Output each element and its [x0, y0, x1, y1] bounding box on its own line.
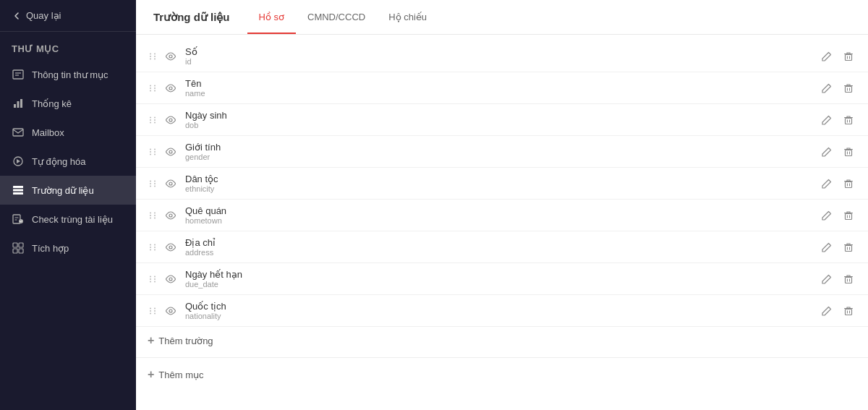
edit-button[interactable]	[819, 271, 835, 287]
fields-icon	[12, 184, 25, 197]
delete-button[interactable]	[841, 239, 856, 255]
tab-ho-so[interactable]: Hồ sơ	[247, 1, 297, 34]
svg-point-76	[150, 217, 151, 218]
field-info: Địa chỉ address	[185, 237, 819, 257]
delete-button[interactable]	[841, 271, 856, 287]
field-actions	[819, 144, 856, 160]
add-section-button[interactable]: +Thêm mục	[136, 361, 868, 388]
svg-rect-13	[13, 243, 17, 247]
svg-point-21	[150, 58, 151, 59]
svg-point-98	[150, 281, 151, 282]
svg-point-105	[150, 307, 151, 309]
svg-point-29	[154, 85, 156, 86]
sidebar-item-tich-hop[interactable]: Tích hợp	[0, 234, 136, 262]
field-label: Giới tính	[185, 142, 819, 153]
svg-rect-91	[846, 245, 852, 251]
svg-point-107	[150, 310, 151, 312]
visibility-toggle[interactable]	[165, 275, 176, 283]
svg-point-23	[169, 55, 172, 58]
svg-point-84	[154, 244, 156, 245]
svg-rect-3	[14, 104, 16, 108]
edit-button[interactable]	[819, 144, 835, 160]
visibility-toggle[interactable]	[165, 179, 176, 188]
visibility-toggle[interactable]	[165, 307, 176, 315]
back-button[interactable]: Quay lại	[0, 0, 136, 32]
delete-button[interactable]	[841, 144, 856, 160]
visibility-toggle[interactable]	[165, 52, 176, 61]
table-row: Ngày sinh dob	[136, 104, 868, 136]
field-actions	[819, 48, 856, 64]
drag-handle[interactable]	[148, 306, 158, 316]
svg-rect-113	[846, 309, 852, 315]
field-info: Ngày sinh dob	[185, 110, 819, 129]
edit-button[interactable]	[819, 303, 835, 319]
drag-handle[interactable]	[148, 210, 158, 221]
drag-handle[interactable]	[148, 274, 158, 284]
svg-point-74	[150, 215, 151, 216]
svg-point-88	[154, 249, 156, 250]
svg-rect-9	[13, 189, 23, 192]
delete-button[interactable]	[841, 303, 856, 319]
drag-handle[interactable]	[148, 179, 158, 189]
sidebar-item-label: Tích hợp	[32, 243, 69, 254]
edit-button[interactable]	[819, 80, 835, 96]
svg-point-30	[150, 87, 151, 89]
svg-rect-102	[846, 277, 852, 283]
visibility-toggle[interactable]	[165, 116, 176, 124]
sidebar-item-mailbox[interactable]: Mailbox	[0, 118, 136, 147]
edit-button[interactable]	[819, 48, 835, 64]
svg-point-50	[150, 148, 151, 150]
drag-handle[interactable]	[148, 51, 158, 61]
sidebar-item-check-trung[interactable]: Check trùng tài liệu	[0, 205, 136, 234]
svg-rect-14	[19, 243, 23, 247]
delete-button[interactable]	[841, 80, 856, 96]
svg-point-54	[150, 153, 151, 155]
tab-cmnd[interactable]: CMND/CCCD	[296, 1, 377, 34]
edit-button[interactable]	[819, 176, 835, 192]
visibility-toggle[interactable]	[165, 148, 176, 156]
delete-button[interactable]	[841, 176, 856, 192]
sidebar-item-label: Check trùng tài liệu	[32, 214, 113, 225]
field-label: Số	[185, 46, 819, 57]
delete-button[interactable]	[841, 48, 856, 64]
edit-button[interactable]	[819, 239, 835, 255]
svg-rect-10	[13, 192, 23, 195]
drag-handle[interactable]	[148, 83, 158, 93]
visibility-toggle[interactable]	[165, 243, 176, 252]
edit-button[interactable]	[819, 208, 835, 223]
drag-handle[interactable]	[148, 147, 158, 157]
svg-rect-8	[13, 186, 23, 188]
sidebar-item-thong-ke[interactable]: Thống kê	[0, 89, 136, 118]
table-row: Quê quán hometown	[136, 200, 868, 231]
tab-ho-chieu[interactable]: Hộ chiếu	[377, 1, 438, 34]
delete-button[interactable]	[841, 112, 856, 128]
svg-rect-4	[17, 101, 20, 108]
svg-point-66	[154, 185, 156, 187]
svg-rect-47	[846, 118, 852, 124]
table-row: Số id	[136, 40, 868, 72]
drag-handle[interactable]	[148, 242, 158, 252]
svg-point-83	[150, 244, 151, 245]
edit-button[interactable]	[819, 112, 835, 128]
svg-point-86	[154, 247, 156, 248]
auto-icon	[12, 155, 25, 168]
svg-point-96	[150, 278, 151, 280]
svg-point-67	[169, 182, 172, 185]
svg-point-33	[154, 90, 156, 91]
table-row: Ngày hết hạn due_date	[136, 263, 868, 295]
svg-point-32	[150, 90, 151, 91]
svg-point-109	[150, 312, 151, 314]
page-header: Trường dữ liệu Hồ sơ CMND/CCCD Hộ chiếu	[136, 0, 868, 35]
sidebar-item-tu-dong-hoa[interactable]: Tự động hóa	[0, 147, 136, 176]
visibility-toggle[interactable]	[165, 211, 176, 220]
sidebar-item-thong-tin[interactable]: Thông tin thư mục	[0, 60, 136, 89]
svg-point-87	[150, 249, 151, 250]
svg-point-43	[150, 121, 151, 123]
delete-button[interactable]	[841, 208, 856, 223]
svg-point-41	[150, 119, 151, 121]
svg-rect-58	[846, 150, 852, 155]
sidebar-item-truong-du-lieu[interactable]: Trường dữ liệu	[0, 176, 136, 205]
drag-handle[interactable]	[148, 115, 158, 125]
visibility-toggle[interactable]	[165, 84, 176, 93]
add-field-button[interactable]: +Thêm trường	[136, 327, 868, 354]
